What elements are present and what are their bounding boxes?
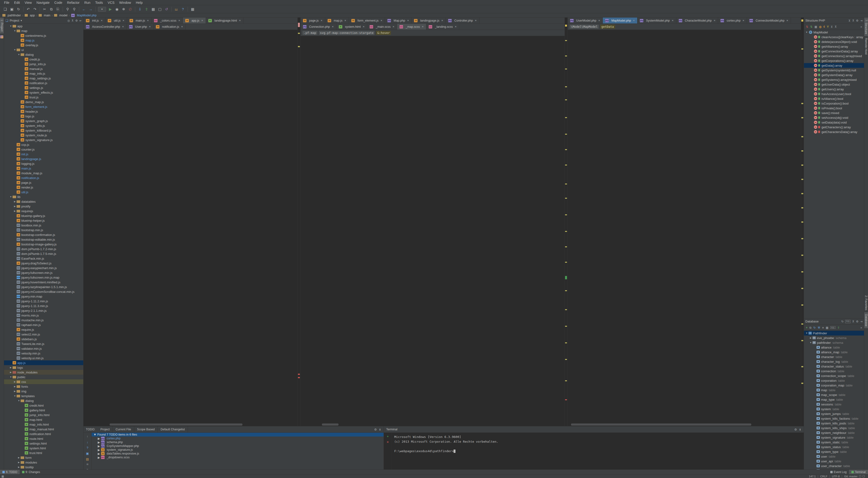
new-session-icon[interactable]: +	[387, 435, 389, 438]
filter-icon[interactable]: ⊟	[87, 463, 89, 466]
tool-stripe-terminal[interactable]: Terminal	[849, 470, 868, 474]
db-item-map-scope[interactable]: ▦map_scope: table	[804, 392, 864, 397]
replace-icon[interactable]: ⚲	[71, 6, 78, 12]
sync-icon[interactable]: ↻	[841, 320, 843, 323]
close-tab-icon[interactable]: ✕	[363, 25, 365, 28]
structure-method-getsystems[interactable]: mgetSystems():array|mixed	[804, 77, 864, 82]
close-tab-icon[interactable]: ✕	[320, 19, 322, 22]
todo-file-cortex-php[interactable]: ▶phpcortex.php	[92, 437, 383, 440]
tab-controller-php[interactable]: phpController.php✕	[446, 18, 479, 24]
project-item-map-info-html[interactable]: Hmap_info.html	[4, 422, 83, 427]
context-chip[interactable]: getData	[600, 25, 615, 29]
structure-method-getalliances[interactable]: mgetAlliances():array	[804, 44, 864, 49]
tool-stripe-9-changes[interactable]: 9: Changes	[20, 470, 42, 474]
project-item-jquery-dragtoselect-js[interactable]: JSjquery.dragToSelect.js	[4, 261, 83, 265]
structure-method-isalliance[interactable]: misAlliance():bool	[804, 96, 864, 101]
close-tab-icon[interactable]: ✕	[633, 19, 635, 22]
ddl-icon[interactable]: ⇧	[837, 326, 840, 329]
tree-toggle-icon[interactable]: ▶	[13, 390, 16, 392]
menu-code[interactable]: Code	[52, 0, 64, 5]
tree-toggle-icon[interactable]: ▶	[13, 210, 16, 212]
tree-toggle-icon[interactable]: ▼	[9, 196, 12, 198]
menu-edit[interactable]: Edit	[12, 0, 22, 5]
stop-icon[interactable]: ■	[822, 326, 824, 329]
close-session-icon[interactable]: ✕	[386, 440, 389, 444]
hide-panel-icon[interactable]: ⇥	[860, 19, 863, 22]
project-item-main-js[interactable]: JSmain.js	[4, 166, 83, 171]
terminal-output[interactable]: Microsoft Windows [Version 6.3.9600] (c)…	[392, 433, 498, 470]
table-data-icon[interactable]: ▦	[826, 326, 828, 329]
error-stripe[interactable]	[801, 18, 804, 426]
tree-toggle-icon[interactable]: ▶	[9, 366, 12, 369]
close-tab-icon[interactable]: ✕	[101, 19, 102, 22]
project-item-blueimp-helper-js[interactable]: JSblueimp-helper.js	[4, 218, 83, 223]
project-item-img[interactable]: ▶img	[4, 389, 83, 393]
structure-method-getcorporations[interactable]: mgetCorporations():array	[804, 58, 864, 63]
tab-connection-php[interactable]: phpConnection.php✕	[301, 24, 336, 30]
tree-toggle-icon[interactable]: ▼	[9, 376, 12, 378]
run-icon[interactable]: ▶	[107, 6, 114, 12]
back-icon[interactable]: ←	[81, 6, 87, 12]
project-item-system-graph-js[interactable]: JSsystem_graph.js	[4, 119, 83, 123]
expand-all-icon[interactable]: ⊻	[848, 19, 851, 22]
project-item-bootbox-min-js[interactable]: 010bootbox.min.js	[4, 223, 83, 228]
run-config-dropdown[interactable]: ▼	[98, 7, 106, 11]
project-item-map-manual-html[interactable]: Hmap_manual.html	[4, 427, 83, 432]
next-todo-icon[interactable]: ↓	[87, 440, 88, 444]
context-chip[interactable]: \Model\MapModel	[569, 25, 599, 29]
db-item-system-signature[interactable]: ▦system_signature: table	[804, 435, 864, 440]
tree-toggle-icon[interactable]: ▼	[13, 30, 16, 32]
structure-method-save[interactable]: msave():mixed	[804, 110, 864, 115]
tab-connectionmodel-php[interactable]: phpConnectionModel.php✕	[747, 18, 791, 24]
db-item-corporation[interactable]: ▦corporation: table	[804, 378, 864, 383]
db-item-user-api[interactable]: ▦user_api: table	[804, 459, 864, 464]
hide-panel-icon[interactable]: ⇤	[80, 19, 82, 22]
tool-stripe-database[interactable]: Database	[864, 312, 868, 328]
project-item-fonts[interactable]: ▶fonts	[4, 384, 83, 389]
tab-page-js[interactable]: JSpage.js✕	[301, 18, 325, 24]
project-item-modules[interactable]: ▶modules	[4, 460, 83, 465]
menu-run[interactable]: Run	[82, 0, 93, 5]
open-icon[interactable]: ❏	[2, 6, 8, 12]
structure-method-getsystemdata[interactable]: mgetSystemData():array	[804, 72, 864, 77]
close-tab-icon[interactable]: ✕	[201, 19, 203, 22]
project-item-blueimp-gallery-js[interactable]: JSblueimp-gallery.js	[4, 213, 83, 218]
db-item-user-character[interactable]: ▦user_character: table	[804, 464, 864, 468]
todo-tab-default-changelist[interactable]: Default Changelist	[158, 426, 188, 433]
menu-view[interactable]: View	[23, 0, 34, 5]
project-item-route-html[interactable]: Hroute.html	[4, 436, 83, 441]
context-chip[interactable]: svg.pf-map-connection-stargate	[319, 31, 375, 35]
menu-tools[interactable]: Tools	[93, 0, 105, 5]
vcs-update-icon[interactable]: ⇩	[137, 6, 143, 12]
tree-toggle-icon[interactable]: ▶	[18, 466, 20, 468]
tab-main-scss[interactable]: sass_main.scss✕	[367, 24, 397, 30]
tab-cortex-php[interactable]: phpcortex.php✕	[718, 18, 747, 24]
tree-toggle-icon[interactable]: ▶	[13, 385, 16, 388]
project-item-jquery-hoverintent-minified-js[interactable]: 010jquery.hoverIntent.minified.js	[4, 280, 83, 285]
db-item-eve-phoebe[interactable]: ▶⛁eve_phoebe: schema	[804, 336, 864, 340]
more-icon[interactable]: »	[860, 25, 862, 28]
close-tab-icon[interactable]: ✕	[380, 19, 382, 22]
show-fields-icon[interactable]: ▦	[814, 25, 817, 28]
menu-help[interactable]: Help	[133, 0, 145, 5]
coverage-icon[interactable]: ❄	[121, 6, 127, 12]
save-all-icon[interactable]: ▣	[9, 6, 15, 12]
tree-toggle-icon[interactable]: ▼	[18, 53, 20, 56]
preview-icon[interactable]: ▤	[86, 457, 89, 461]
status-caret-position[interactable]: 147:1	[809, 475, 816, 478]
collapse-icon[interactable]: ⊼	[835, 25, 837, 28]
synchronize-icon[interactable]: ↻	[16, 6, 22, 12]
project-item-dialog[interactable]: ▼dialog	[4, 398, 83, 403]
project-item-require-js[interactable]: JSrequire.js	[4, 327, 83, 332]
close-tab-icon[interactable]: ✕	[239, 19, 241, 22]
project-item-logs[interactable]: ▶logs	[4, 365, 83, 370]
db-item-user[interactable]: ▦user: table	[804, 454, 864, 459]
status-encoding[interactable]: UTF-8	[832, 475, 840, 478]
structure-method-getconnectiondata[interactable]: mgetConnectionData():array	[804, 49, 864, 54]
project-item-css[interactable]: ▶css	[4, 379, 83, 384]
project-item-velocity-min-js[interactable]: 010velocity.min.js	[4, 351, 83, 356]
remote-host-icon[interactable]: ▢	[157, 6, 163, 12]
project-item-bootstrap-min-js[interactable]: 010bootstrap.min.js	[4, 228, 83, 232]
project-item-templates[interactable]: ▼templates	[4, 393, 83, 398]
db-item-map[interactable]: ▦map: table	[804, 388, 864, 392]
